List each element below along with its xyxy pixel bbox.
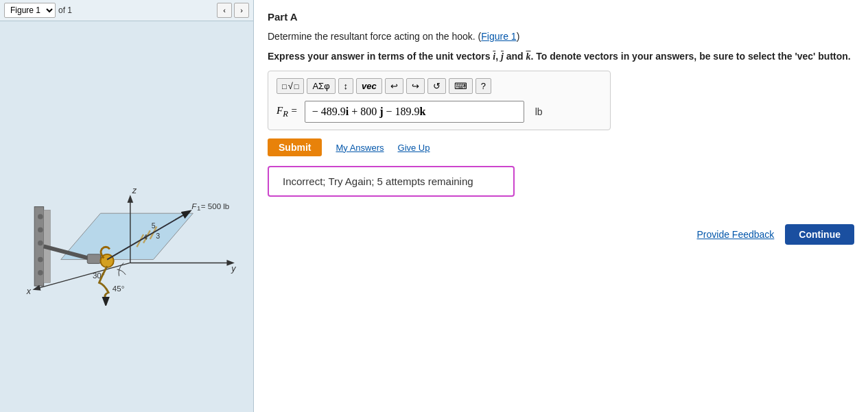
svg-point-3	[38, 214, 43, 219]
figure-diagram: z y x	[17, 128, 237, 306]
eq-label: FR =	[277, 105, 298, 119]
sigma-button[interactable]: ΑΣφ	[307, 78, 335, 94]
svg-text:1: 1	[197, 204, 200, 212]
equation-editor: □√□ ΑΣφ ↕ vec ↩ ↪ ↺ ⌨ ? FR = − 489.9i + …	[268, 71, 611, 130]
svg-point-7	[38, 270, 43, 276]
provide-feedback-button[interactable]: Provide Feedback	[697, 229, 775, 240]
svg-point-4	[38, 227, 43, 232]
question-text-line1: Determine the resultant force acting on …	[268, 29, 854, 44]
fraction-sqrt-button[interactable]: □√□	[277, 78, 304, 94]
bottom-row: Provide Feedback Continue	[268, 224, 854, 245]
submit-row: Submit My Answers Give Up	[268, 138, 854, 156]
figure-of-label: of 1	[58, 5, 72, 15]
svg-rect-9	[87, 254, 100, 263]
right-panel: Part A Determine the resultant force act…	[254, 0, 868, 412]
svg-text:4: 4	[143, 233, 148, 241]
help-button[interactable]: ?	[476, 78, 491, 94]
left-panel: Figure 1 of 1 ‹ ›	[0, 0, 254, 412]
svg-point-6	[38, 257, 43, 263]
my-answers-button[interactable]: My Answers	[336, 143, 384, 153]
arrows-button[interactable]: ↕	[338, 78, 354, 94]
svg-text:F: F	[80, 304, 86, 306]
eq-toolbar: □√□ ΑΣφ ↕ vec ↩ ↪ ↺ ⌨ ?	[277, 78, 602, 94]
figure-link[interactable]: Figure 1	[481, 31, 516, 42]
eq-input-row: FR = − 489.9i + 800 j − 189.9k lb	[277, 101, 602, 123]
svg-text:y: y	[231, 264, 236, 274]
feedback-box: Incorrect; Try Again; 5 attempts remaini…	[268, 166, 515, 197]
undo-button[interactable]: ↩	[385, 78, 403, 94]
feedback-text: Incorrect; Try Again; 5 attempts remaini…	[283, 175, 473, 187]
eq-input-box[interactable]: − 489.9i + 800 j − 189.9k	[305, 101, 524, 123]
submit-button[interactable]: Submit	[268, 138, 322, 156]
continue-button[interactable]: Continue	[785, 224, 854, 245]
give-up-button[interactable]: Give Up	[398, 143, 430, 153]
eq-unit: lb	[535, 106, 543, 117]
svg-text:= 500 lb: = 500 lb	[200, 202, 228, 210]
svg-text:5: 5	[151, 221, 155, 230]
figure-select[interactable]: Figure 1	[4, 3, 56, 18]
vec-button[interactable]: vec	[356, 78, 382, 94]
svg-text:45°: 45°	[112, 284, 124, 293]
figure-toolbar: Figure 1 of 1 ‹ ›	[0, 0, 253, 21]
svg-point-5	[38, 241, 43, 246]
prev-figure-button[interactable]: ‹	[217, 3, 232, 18]
question-text-line2: Express your answer in terms of the unit…	[268, 49, 854, 64]
next-figure-button[interactable]: ›	[234, 3, 249, 18]
reset-button[interactable]: ↺	[427, 78, 446, 94]
keyboard-button[interactable]: ⌨	[449, 78, 473, 94]
svg-text:3: 3	[156, 232, 160, 240]
svg-text:= 800 lb: = 800 lb	[90, 304, 118, 306]
figure-image-area: z y x	[0, 21, 253, 412]
svg-text:x: x	[25, 287, 31, 296]
redo-button[interactable]: ↪	[406, 78, 425, 94]
svg-text:z: z	[131, 186, 137, 195]
part-label: Part A	[268, 11, 854, 23]
